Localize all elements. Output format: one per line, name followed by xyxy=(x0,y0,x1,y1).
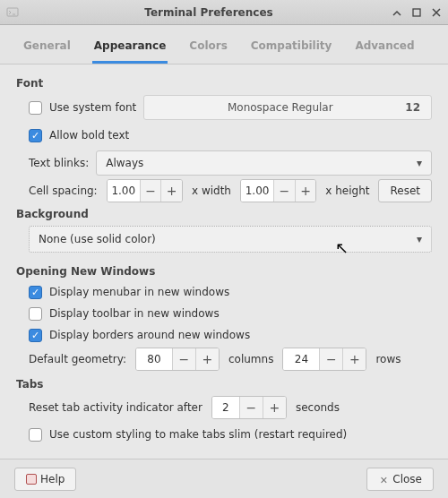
display-borders-checkbox[interactable] xyxy=(29,329,42,342)
columns-value[interactable]: 80 xyxy=(136,348,172,370)
activity-seconds-minus[interactable]: − xyxy=(239,397,263,418)
background-mode-dropdown[interactable]: None (use solid color) ▾ xyxy=(29,226,432,253)
svg-rect-1 xyxy=(413,9,420,16)
font-size: 12 xyxy=(405,101,420,114)
width-suffix: x width xyxy=(192,185,231,197)
columns-stepper[interactable]: 80 − + xyxy=(135,348,220,371)
help-icon xyxy=(26,474,37,485)
tab-compatibility[interactable]: Compatibility xyxy=(249,34,334,64)
cell-height-value[interactable]: 1.00 xyxy=(241,180,273,202)
tab-colors[interactable]: Colors xyxy=(187,34,228,64)
text-blinks-value: Always xyxy=(106,157,417,169)
rows-stepper[interactable]: 24 − + xyxy=(282,348,366,371)
display-menubar-checkbox[interactable] xyxy=(29,286,42,299)
close-label: Close xyxy=(392,473,422,485)
display-toolbar-checkbox[interactable] xyxy=(29,307,42,321)
tabbar: General Appearance Colors Compatibility … xyxy=(0,25,448,64)
slim-tabs-label: Use custom styling to make tabs slim (re… xyxy=(49,428,347,441)
columns-plus[interactable]: + xyxy=(195,348,219,370)
help-label: Help xyxy=(40,473,65,485)
cell-width-stepper[interactable]: 1.00 − + xyxy=(107,179,183,202)
slim-tabs-checkbox[interactable] xyxy=(29,428,42,442)
tab-appearance[interactable]: Appearance xyxy=(92,34,168,64)
cell-width-minus[interactable]: − xyxy=(140,180,161,202)
activity-seconds-value[interactable]: 2 xyxy=(212,397,239,418)
rows-plus[interactable]: + xyxy=(342,348,366,370)
cell-spacing-label: Cell spacing: xyxy=(29,185,98,197)
reset-activity-label: Reset tab activity indicator after xyxy=(29,401,202,414)
close-icon xyxy=(378,474,389,485)
help-button[interactable]: Help xyxy=(14,468,76,491)
font-section-title: Font xyxy=(16,77,432,90)
cell-height-plus[interactable]: + xyxy=(295,180,316,202)
allow-bold-checkbox[interactable] xyxy=(29,129,42,142)
maximize-button[interactable] xyxy=(410,6,423,19)
rows-suffix: rows xyxy=(375,353,401,365)
activity-seconds-suffix: seconds xyxy=(296,401,340,414)
activity-seconds-stepper[interactable]: 2 − + xyxy=(211,396,287,419)
reset-spacing-button[interactable]: Reset xyxy=(378,179,432,202)
text-blinks-dropdown[interactable]: Always ▾ xyxy=(96,150,432,176)
cell-height-stepper[interactable]: 1.00 − + xyxy=(240,179,316,202)
use-system-font-label: Use system font xyxy=(49,101,136,114)
titlebar: Terminal Preferences xyxy=(0,0,448,25)
font-name: Monospace Regular xyxy=(155,101,405,114)
appearance-panel: Font Use system font Monospace Regular 1… xyxy=(0,64,448,460)
font-chooser[interactable]: Monospace Regular 12 xyxy=(143,95,432,120)
window-title: Terminal Preferences xyxy=(27,6,391,19)
use-system-font-checkbox[interactable] xyxy=(29,101,42,115)
cell-width-plus[interactable]: + xyxy=(160,180,182,202)
activity-seconds-plus[interactable]: + xyxy=(263,397,286,418)
minimize-button[interactable] xyxy=(391,6,403,19)
rows-minus[interactable]: − xyxy=(319,348,342,370)
height-suffix: x height xyxy=(325,185,369,197)
display-toolbar-label: Display toolbar in new windows xyxy=(49,307,220,320)
chevron-down-icon: ▾ xyxy=(417,233,422,245)
close-window-button[interactable] xyxy=(430,6,443,19)
svg-rect-0 xyxy=(7,8,18,16)
chevron-down-icon: ▾ xyxy=(417,157,422,169)
tab-advanced[interactable]: Advanced xyxy=(353,34,416,64)
display-menubar-label: Display menubar in new windows xyxy=(49,286,229,298)
default-geometry-label: Default geometry: xyxy=(29,353,126,365)
allow-bold-label: Allow bold text xyxy=(49,129,129,142)
new-windows-section-title: Opening New Windows xyxy=(16,265,432,278)
columns-suffix: columns xyxy=(228,353,273,365)
app-icon xyxy=(5,5,20,20)
display-borders-label: Display borders around new windows xyxy=(49,329,250,341)
text-blinks-label: Text blinks: xyxy=(29,157,89,169)
columns-minus[interactable]: − xyxy=(172,348,195,370)
tab-general[interactable]: General xyxy=(22,34,73,64)
dialog-footer: Help Close xyxy=(0,459,448,498)
tabs-section-title: Tabs xyxy=(16,378,432,391)
rows-value[interactable]: 24 xyxy=(283,348,319,370)
background-mode-value: None (use solid color) xyxy=(39,233,417,245)
close-button[interactable]: Close xyxy=(366,468,434,491)
background-section-title: Background xyxy=(16,208,432,220)
cell-width-value[interactable]: 1.00 xyxy=(108,180,140,202)
cell-height-minus[interactable]: − xyxy=(273,180,295,202)
